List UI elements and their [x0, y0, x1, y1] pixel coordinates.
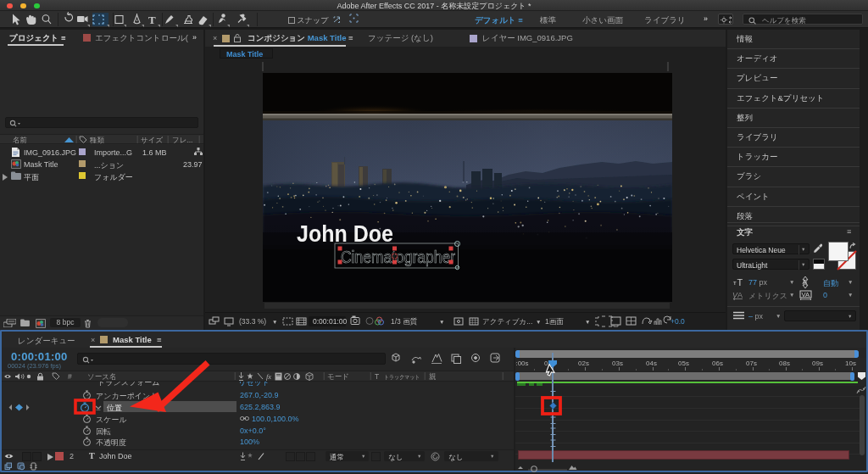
svg-text:(33.3 %): (33.3 %) [239, 317, 266, 326]
svg-text:T: T [148, 14, 156, 26]
svg-text:1画面: 1画面 [545, 317, 564, 326]
svg-text:▼: ▼ [536, 319, 541, 325]
svg-text:▼: ▼ [439, 319, 444, 325]
svg-text:0:00:01:00: 0:00:01:00 [313, 317, 347, 326]
svg-text:アクティブカ...: アクティブカ... [482, 317, 532, 326]
svg-text:John Doe: John Doe [297, 221, 393, 247]
svg-text:▼: ▼ [272, 319, 277, 325]
svg-text:A: A [737, 291, 743, 299]
svg-text:+0.0: +0.0 [670, 317, 685, 326]
svg-text:1/3 画質: 1/3 画質 [391, 317, 418, 326]
svg-text:fx: fx [266, 372, 271, 381]
svg-text:T: T [737, 277, 743, 286]
svg-text:VA: VA [802, 291, 810, 298]
svg-text:A: A [803, 278, 808, 286]
svg-text:▼: ▼ [585, 319, 590, 325]
svg-text:т: т [733, 279, 737, 286]
